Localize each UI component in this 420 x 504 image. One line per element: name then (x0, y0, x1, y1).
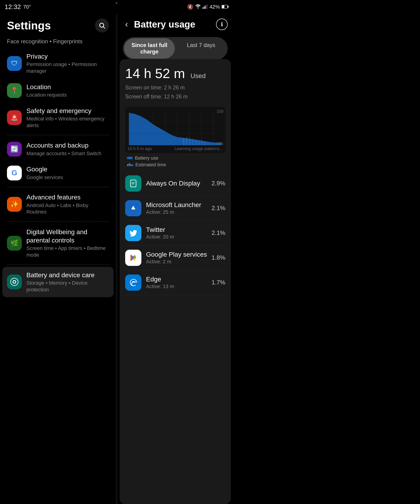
screen-stats: Screen on time: 2 h 26 m Screen off time… (125, 83, 225, 101)
battery-header-left: ‹ Battery usage (123, 18, 195, 30)
status-icons: 🔇 42% (187, 4, 229, 10)
mute-icon: 🔇 (187, 4, 193, 10)
aod-icon (125, 175, 141, 192)
advanced-text: Advanced features Android Auto • Labs • … (26, 193, 109, 216)
svg-marker-14 (129, 113, 222, 145)
privacy-icon: 🛡 (7, 56, 22, 71)
screen-off-time: Screen off time: 12 h 26 m (125, 92, 225, 101)
ms-svg (129, 204, 138, 213)
sidebar-item-wellbeing[interactable]: 🌿 Digital Wellbeing and parental control… (2, 224, 114, 263)
gps-svg (128, 253, 138, 263)
privacy-title: Privacy (26, 52, 109, 61)
accounts-title: Accounts and backup (26, 141, 109, 150)
sidebar-item-battery[interactable]: Battery and device care Storage • Memory… (2, 267, 114, 297)
search-icon (98, 22, 105, 29)
location-text: Location Location requests (26, 83, 109, 98)
settings-list: Face recognition • Fingerprints 🛡 Privac… (0, 36, 116, 504)
svg-rect-37 (130, 180, 136, 187)
twitter-icon (125, 225, 141, 241)
battery-percent: 42% (210, 4, 220, 10)
time-used-value: 14 h 52 m (125, 66, 185, 81)
google-subtitle: Google services (26, 174, 109, 181)
info-button[interactable]: ℹ (216, 18, 228, 30)
svg-point-9 (100, 23, 104, 27)
svg-rect-7 (228, 6, 229, 8)
svg-point-0 (197, 8, 198, 9)
app-item-aod[interactable]: Always On Display 2.9% (125, 171, 225, 196)
legend-estimated-icon (127, 163, 133, 166)
svg-rect-31 (204, 141, 205, 145)
sidebar-item-privacy[interactable]: 🛡 Privacy Permission usage • Permission … (2, 48, 114, 79)
app-item-edge[interactable]: Edge Active: 13 m 1.7% (125, 270, 225, 295)
tab-selector: Since last full charge Last 7 days (117, 37, 233, 60)
location-subtitle: Location requests (26, 92, 109, 98)
gps-detail: Active: 2 m (146, 259, 212, 265)
screen-on-time: Screen on time: 2 h 26 m (125, 83, 225, 92)
google-text: Google Google services (26, 165, 109, 181)
battery-header: ‹ Battery usage ℹ (117, 14, 233, 32)
location-title: Location (26, 83, 109, 91)
safety-text: Safety and emergency Medical info • Wire… (26, 107, 109, 129)
svg-rect-1 (203, 7, 203, 9)
safety-title: Safety and emergency (26, 107, 109, 115)
app-item-gps[interactable]: Google Play services Active: 2 m 1.8% (125, 246, 225, 270)
svg-point-13 (13, 281, 15, 283)
accounts-subtitle: Manage accounts • Smart Switch (26, 150, 109, 157)
temperature: 70° (23, 4, 31, 10)
twitter-info: Twitter Active: 20 m (146, 226, 212, 240)
svg-rect-38 (132, 182, 135, 183)
svg-rect-29 (198, 140, 199, 145)
search-button[interactable] (95, 18, 109, 32)
aod-name: Always On Display (146, 180, 212, 187)
svg-rect-24 (183, 138, 184, 145)
sidebar-item-location[interactable]: 📍 Location Location requests (2, 79, 114, 103)
signal-icon (203, 4, 208, 10)
svg-rect-25 (186, 137, 187, 145)
legend-battery-use: Battery use (127, 156, 223, 161)
edge-svg (129, 278, 138, 287)
chart-y-max: 100 (217, 109, 223, 114)
svg-rect-4 (206, 5, 207, 9)
sidebar-item-accounts[interactable]: 🔄 Accounts and backup Manage accounts • … (2, 137, 114, 161)
advanced-icon: ✨ (7, 197, 22, 212)
app-item-ms[interactable]: Microsoft Launcher Active: 25 m 2.1% (125, 196, 225, 221)
sidebar-item-advanced[interactable]: ✨ Advanced features Android Auto • Labs … (2, 189, 114, 220)
svg-rect-5 (207, 4, 208, 9)
sidebar-item-safety[interactable]: 🚨 Safety and emergency Medical info • Wi… (2, 103, 114, 133)
chart-end-label: Learning usage patterns... (175, 146, 223, 151)
safety-icon: 🚨 (7, 110, 22, 125)
gps-name: Google Play services (146, 251, 212, 258)
left-panel: Settings Face recognition • Fingerprints… (0, 0, 116, 504)
edge-name: Edge (146, 276, 212, 283)
edge-percent: 1.7% (212, 279, 225, 286)
edge-detail: Active: 13 m (146, 283, 212, 289)
svg-rect-30 (201, 141, 202, 145)
divider-3 (7, 222, 109, 222)
divider-4 (7, 264, 109, 265)
twitter-detail: Active: 20 m (146, 234, 212, 240)
aod-svg (129, 179, 138, 188)
wellbeing-title: Digital Wellbeing and parental controls (26, 228, 109, 245)
location-icon: 📍 (7, 83, 22, 98)
advanced-subtitle: Android Auto • Labs • Bixby Routines (26, 202, 109, 216)
back-button[interactable]: ‹ (123, 18, 130, 30)
svg-rect-34 (213, 142, 214, 145)
svg-rect-8 (222, 5, 224, 8)
twitter-name: Twitter (146, 226, 212, 234)
chart-svg (129, 110, 222, 145)
sidebar-item-google[interactable]: G Google Google services (2, 161, 114, 185)
svg-rect-2 (204, 6, 204, 9)
app-item-twitter[interactable]: Twitter Active: 20 m 2.1% (125, 221, 225, 246)
ms-icon (125, 200, 141, 216)
accounts-text: Accounts and backup Manage accounts • Sm… (26, 141, 109, 157)
legend-estimated-time: Estimated time (127, 162, 223, 168)
legend-bar-3 (130, 164, 131, 166)
twitter-svg (129, 229, 138, 237)
battery-chart: 100 0% (125, 107, 225, 153)
svg-rect-39 (132, 184, 134, 184)
tab-last-7-days[interactable]: Last 7 days (176, 38, 226, 59)
privacy-subtitle: Permission usage • Permission manager (26, 61, 109, 74)
battery-icon (222, 4, 229, 10)
partial-item: Face recognition • Fingerprints (2, 36, 114, 48)
tab-since-charge[interactable]: Since last full charge (124, 38, 175, 59)
